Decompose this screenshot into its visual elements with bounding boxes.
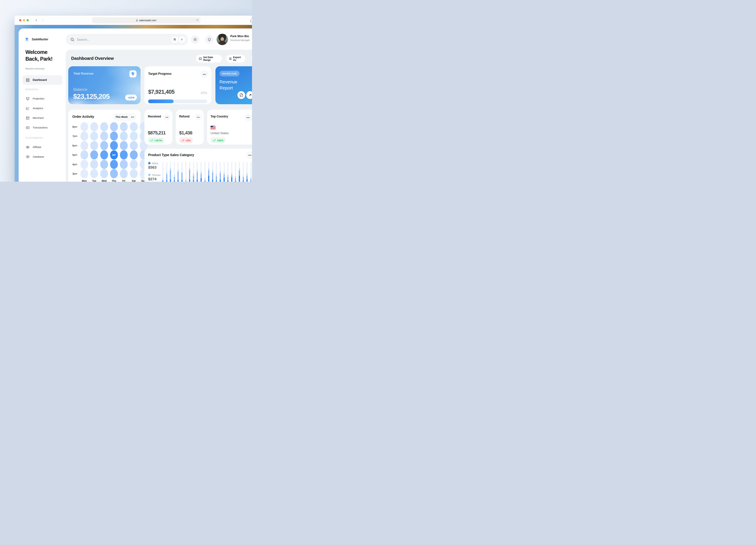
shortcut-cmd-key: ⌘ [172, 37, 178, 43]
bell-icon [207, 38, 211, 41]
export-as-button[interactable]: Export As [226, 55, 245, 62]
address-bar[interactable]: salemaster.com ↻ [92, 17, 200, 23]
sidebar-item-analytics[interactable]: Analytics [23, 103, 62, 113]
report-open-button[interactable] [246, 91, 252, 99]
user-avatar[interactable] [217, 34, 228, 45]
bar-segment-bright [208, 175, 209, 182]
refund-menu-button[interactable]: ••• [195, 114, 202, 120]
search-input[interactable] [77, 34, 151, 45]
heatmap-cell-thu-6pm[interactable] [110, 141, 118, 150]
bar-segment-bright [204, 181, 206, 182]
reload-icon[interactable]: ↻ [196, 19, 198, 22]
browser-back-button[interactable]: ‹ [34, 18, 38, 22]
refund-title: Refund [179, 115, 190, 118]
us-flag-icon [211, 126, 216, 130]
bar-segment-bright [216, 181, 217, 182]
heatmap-row-label: 3pm [72, 172, 79, 175]
heatmap-cell-tue-5pm[interactable] [90, 150, 98, 159]
heatmap-cell-fri-3pm[interactable] [120, 169, 128, 178]
product-bar [201, 162, 202, 182]
sidebar-item-database[interactable]: Database [23, 152, 62, 161]
heatmap-cell-mon-5pm[interactable] [80, 150, 88, 159]
heatmap-cell-tue-7pm[interactable] [90, 131, 98, 141]
sidebar-item-projection[interactable]: Projection [23, 94, 62, 103]
sidebar-item-affiliate[interactable]: Affiliate [23, 142, 62, 152]
product-bar [189, 162, 190, 182]
heatmap-cell-sat-5pm[interactable] [130, 150, 138, 159]
received-menu-button[interactable]: ••• [164, 114, 170, 120]
bar-segment-bright [235, 181, 236, 182]
heatmap-cell-thu-7pm[interactable] [110, 131, 118, 141]
heatmap-cell-wed-5pm[interactable] [100, 150, 108, 159]
product-sales-menu-button[interactable]: ••• [246, 151, 252, 159]
report-download-button[interactable] [237, 91, 245, 99]
browser-forward-button[interactable]: › [41, 18, 45, 22]
zoom-window-button[interactable] [27, 19, 29, 21]
trend-up-icon [213, 139, 216, 141]
heatmap-day-label: Thu [110, 179, 118, 182]
notifications-button[interactable] [205, 35, 214, 44]
heatmap-cell-mon-4pm[interactable] [80, 160, 88, 169]
heatmap-cell-sat-3pm[interactable] [130, 169, 138, 178]
main-panel: Dashboard Overview Set Date Range Export… [66, 50, 252, 182]
set-date-range-label: Set Date Range [203, 56, 219, 61]
heatmap-cell-fri-8pm[interactable] [120, 122, 128, 131]
heatmap-cell-sat-7pm[interactable] [130, 131, 138, 141]
brand[interactable]: SaleMaster [24, 37, 48, 42]
sidebar-item-label: Dashboard [33, 78, 47, 81]
heatmap-cell-thu-3pm[interactable] [110, 169, 118, 178]
heatmap-cell-wed-7pm[interactable] [100, 131, 108, 141]
heatmap-cell-tue-8pm[interactable] [90, 122, 98, 131]
heatmap-cell-tue-6pm[interactable] [90, 141, 98, 150]
share-icon[interactable] [250, 18, 252, 23]
bar-segment-bright [250, 181, 251, 182]
bar-segment-bright [193, 180, 194, 182]
product-bar [220, 162, 221, 182]
heatmap-cell-wed-3pm[interactable] [100, 169, 108, 178]
dashboard-grid-icon [26, 78, 29, 82]
heatmap-cell-thu-4pm[interactable] [110, 160, 118, 169]
total-revenue-title: Total Revenue [73, 72, 93, 75]
sidebar-item-label: Analytics [33, 107, 43, 110]
heatmap-cell-fri-5pm[interactable] [120, 150, 128, 159]
heatmap-day-label: Tue [90, 179, 98, 182]
heatmap-cell-fri-7pm[interactable] [120, 131, 128, 141]
heatmap-cell-fri-4pm[interactable] [120, 160, 128, 169]
heatmap-cell-wed-4pm[interactable] [100, 160, 108, 169]
heatmap-cell-fri-6pm[interactable] [120, 141, 128, 150]
product-bar [227, 162, 228, 182]
heatmap-cell-sat-8pm[interactable] [130, 122, 138, 131]
top-country-menu-button[interactable]: ••• [244, 114, 252, 121]
heatmap-cell-mon-8pm[interactable] [80, 122, 88, 131]
sidebar-item-merchant[interactable]: Merchant [23, 113, 62, 123]
filter-button[interactable] [251, 55, 252, 62]
bar-segment-bright [197, 180, 198, 182]
heatmap-cell-mon-3pm[interactable] [80, 169, 88, 178]
theme-toggle-button[interactable] [191, 35, 199, 44]
heatmap-cell-mon-6pm[interactable] [80, 141, 88, 150]
heatmap-cell-sat-4pm[interactable] [130, 160, 138, 169]
bar-segment-bright [231, 177, 232, 182]
order-activity-menu-button[interactable]: ••• [129, 113, 136, 121]
target-progress-menu-button[interactable]: ••• [201, 70, 208, 78]
close-window-button[interactable] [19, 19, 21, 21]
sidebar-item-transactions[interactable]: Transactions [23, 123, 62, 132]
set-date-range-button[interactable]: Set Date Range [196, 55, 222, 62]
heatmap-row-label: 6pm [72, 144, 79, 147]
app-root: SaleMaster Welcome Back, Park! Recent su… [19, 28, 252, 182]
sidebar-item-dashboard[interactable]: Dashboard [23, 75, 62, 85]
heatmap-cell-wed-6pm[interactable] [100, 141, 108, 150]
heatmap-cell-tue-4pm[interactable] [90, 160, 98, 169]
heatmap-cell-sat-6pm[interactable] [130, 141, 138, 150]
heatmap-cell-wed-8pm[interactable] [100, 122, 108, 131]
target-progress-amount: $7,921,405 [148, 89, 174, 95]
refund-change-badge: +2% [179, 137, 193, 143]
search-bar[interactable]: ⌘ F [66, 34, 188, 45]
heatmap-cell-tue-3pm[interactable] [90, 169, 98, 178]
product-bar [231, 162, 232, 182]
product-bar [235, 162, 236, 182]
heatmap-cell-thu-8pm[interactable] [110, 122, 118, 131]
heatmap-cell-mon-7pm[interactable] [80, 131, 88, 141]
trend-up-icon [181, 139, 184, 141]
minimize-window-button[interactable] [23, 19, 25, 21]
